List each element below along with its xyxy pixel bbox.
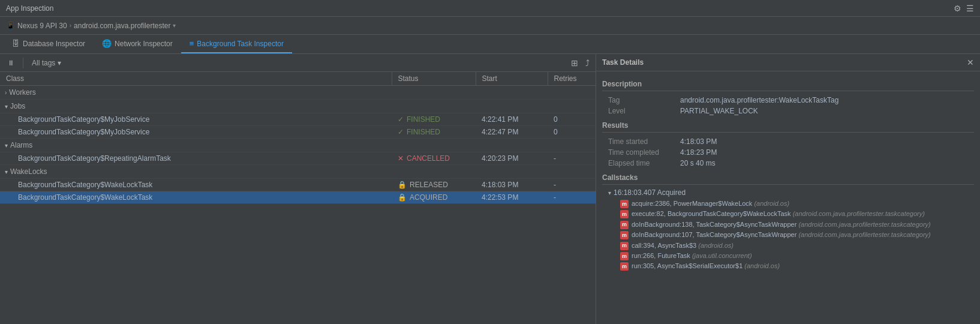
wl1-status-icon: 🔒 [398,181,407,189]
job2-status: ✓ FINISHED [392,126,476,139]
callstack-item: m doInBackground:138, TaskCategory$Async… [620,220,974,229]
network-icon: 🌐 [102,39,112,48]
wl1-status-text: RELEASED [410,181,448,189]
method-2: execute:82, BackgroundTaskCategory$WakeL… [632,209,925,218]
share-icon[interactable]: ⤴ [584,57,591,69]
alarm1-status-icon: ✕ [398,154,404,163]
method-badge-7: m [620,262,629,271]
wl2-status: 🔒 ACQUIRED [392,191,476,204]
close-button[interactable]: ✕ [967,58,974,67]
method-badge-1: m [620,200,629,208]
group-workers[interactable]: › Workers [0,86,596,100]
level-value: PARTIAL_WAKE_LOCK [680,107,758,115]
job1-start: 4:22:41 PM [476,113,548,126]
callstacks-section-title: Callstacks [602,173,974,185]
method-6: run:266, FutureTask (java.util.concurren… [632,251,752,260]
description-tag-row: Tag android.com.java.profilertester:Wake… [602,96,974,104]
menu-icon[interactable]: ☰ [966,4,974,13]
all-tags-label: All tags [32,59,55,67]
tab-database[interactable]: 🗄 Database Inspector [4,35,94,53]
right-panel: Task Details ✕ Description Tag android.c… [596,54,980,324]
pause-button[interactable]: ⏸ [5,58,17,68]
wl2-class: BackgroundTaskCategory$WakeLockTask [0,191,392,204]
callstack-items: m acquire:2386, PowerManager$WakeLock (a… [620,199,974,271]
method-badge-6: m [620,252,629,260]
description-level-row: Level PARTIAL_WAKE_LOCK [602,107,974,115]
alarm1-class: BackgroundTaskCategory$RepeatingAlarmTas… [0,152,392,165]
tasks-table: Class Status Start Retries › [0,72,596,204]
app-package[interactable]: android.com.java.profilertester [74,22,170,30]
wl2-start: 4:22:53 PM [476,191,548,204]
workers-arrow: › [5,89,7,96]
callstack-expand-icon: ▾ [608,190,611,196]
callstack-item: m run:305, AsyncTask$SerialExecutor$1 (a… [620,262,974,271]
table-row[interactable]: BackgroundTaskCategory$MyJobService ✓ FI… [0,113,596,126]
tag-value: android.com.java.profilertester:WakeLock… [680,96,838,104]
toolbar-right: ⊞ ⤴ [570,57,591,69]
time-completed-label: Time completed [602,148,680,157]
method-7: run:305, AsyncTask$SerialExecutor$1 (and… [632,262,780,271]
job1-class: BackgroundTaskCategory$MyJobService [0,113,392,126]
toolbar-separator [23,58,23,68]
tab-background[interactable]: ≡ Background Task Inspector [181,35,292,53]
group-alarms[interactable]: ▾ Alarms [0,139,596,152]
col-status[interactable]: Status [392,72,476,86]
device-name[interactable]: Nexus 9 API 30 [17,22,67,30]
wl1-retries: - [548,179,596,191]
callstack-item: m run:266, FutureTask (java.util.concurr… [620,251,974,260]
task-details-content: Description Tag android.com.java.profile… [596,71,980,324]
results-section-title: Results [602,121,974,133]
table-header: Class Status Start Retries [0,72,596,86]
app-chevron: ▾ [173,22,176,29]
col-start[interactable]: Start [476,72,548,86]
background-icon: ≡ [190,39,194,48]
all-tags-button[interactable]: All tags ▾ [29,58,64,68]
wakelocks-arrow: ▾ [5,169,8,175]
elapsed-time-value: 20 s 40 ms [680,159,716,167]
device-icon: 📱 [6,22,15,30]
job1-status: ✓ FINISHED [392,113,476,126]
app-window: App Inspection ⚙ ☰ 📱 Nexus 9 API 30 › an… [0,0,980,324]
wl1-start: 4:18:03 PM [476,179,548,191]
workers-label: Workers [9,88,35,97]
tab-background-label: Background Task Inspector [197,40,284,48]
elapsed-time-row: Elapsed time 20 s 40 ms [602,159,974,167]
wakelocks-label: WakeLocks [10,167,47,176]
pause-icon: ⏸ [7,59,14,67]
all-tags-chevron: ▾ [58,59,61,67]
table-row[interactable]: BackgroundTaskCategory$RepeatingAlarmTas… [0,152,596,165]
title-bar: App Inspection ⚙ ☰ [0,0,980,17]
callstack-item: m call:394, AsyncTask$3 (android.os) [620,241,974,250]
group-jobs[interactable]: ▾ Jobs [0,100,596,113]
level-label: Level [602,107,680,115]
method-badge-2: m [620,210,629,218]
alarm1-start: 4:20:23 PM [476,152,548,165]
tab-network-label: Network Inspector [115,40,173,48]
tag-label: Tag [602,96,680,104]
callstack-header[interactable]: ▾ 16:18:03.407 Acquired [608,188,974,197]
table-row[interactable]: BackgroundTaskCategory$WakeLockTask 🔒 RE… [0,179,596,191]
table-view-icon[interactable]: ⊞ [570,57,579,69]
alarm1-status: ✕ CANCELLED [392,152,476,165]
job2-start: 4:22:47 PM [476,126,548,139]
wl1-class: BackgroundTaskCategory$WakeLockTask [0,179,392,191]
time-started-label: Time started [602,137,680,146]
database-icon: 🗄 [12,39,20,48]
callstack-group: ▾ 16:18:03.407 Acquired m acquire:2386, … [608,188,974,271]
table-container: Class Status Start Retries › [0,72,596,324]
method-1: acquire:2386, PowerManager$WakeLock (and… [632,199,789,208]
settings-icon[interactable]: ⚙ [954,4,961,13]
jobs-label: Jobs [10,102,25,110]
col-retries[interactable]: Retries [548,72,596,86]
table-row[interactable]: BackgroundTaskCategory$WakeLockTask 🔒 AC… [0,191,596,204]
task-details-header: Task Details ✕ [596,54,980,71]
table-row[interactable]: BackgroundTaskCategory$MyJobService ✓ FI… [0,126,596,139]
tab-network[interactable]: 🌐 Network Inspector [94,35,181,53]
wl2-status-icon: 🔒 [398,193,407,202]
col-class[interactable]: Class [0,72,392,86]
tab-database-label: Database Inspector [23,40,85,48]
alarms-label: Alarms [10,141,32,149]
method-5: call:394, AsyncTask$3 (android.os) [632,241,734,250]
group-wakelocks[interactable]: ▾ WakeLocks [0,165,596,179]
job1-status-icon: ✓ [398,115,404,124]
